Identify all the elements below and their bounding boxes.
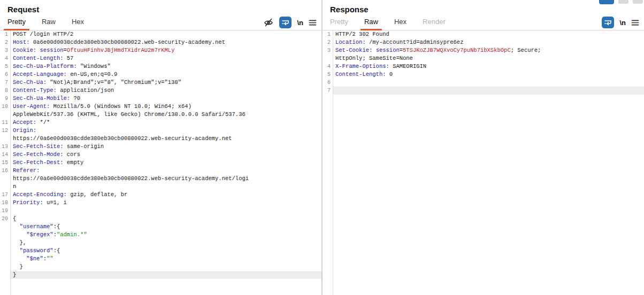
tab-pretty[interactable]: Pretty xyxy=(7,18,26,30)
code-line[interactable]: Accept-Encoding: gzip, deflate, br xyxy=(11,191,321,199)
code-row: 2Host: 0a6e00d0038cdde380eb30cb00880022.… xyxy=(0,38,321,46)
line-number: 19 xyxy=(0,207,10,215)
code-row: 7 xyxy=(323,87,644,95)
code-line[interactable]: Referer: xyxy=(11,167,321,175)
code-line[interactable]: "username":{ xyxy=(11,223,321,231)
code-row: 3Set-Cookie: session=5TSJKoZJB7WQXvoCy7p… xyxy=(323,46,644,55)
line-number: 6 xyxy=(323,79,333,87)
code-row: 17Accept-Encoding: gzip, deflate, br xyxy=(0,191,321,199)
tab-render[interactable]: Render xyxy=(423,18,446,30)
code-line[interactable]: Content-Length: 0 xyxy=(333,71,644,79)
code-line[interactable]: "$ne":"" xyxy=(11,255,321,263)
tab-pretty[interactable]: Pretty xyxy=(330,18,348,30)
code-line[interactable]: Accept-Language: en-US,en;q=0.9 xyxy=(11,71,321,79)
code-editor[interactable]: 1POST /login HTTP/22Host: 0a6e00d0038cdd… xyxy=(0,30,321,295)
tab-hex[interactable]: Hex xyxy=(394,18,407,30)
code-row: 6Accept-Language: en-US,en;q=0.9 xyxy=(0,71,321,79)
line-number xyxy=(0,239,10,247)
newline-icon[interactable]: \n xyxy=(297,19,303,27)
line-number xyxy=(323,55,333,63)
menu-icon[interactable] xyxy=(309,19,317,26)
code-line[interactable]: Cookie: session=OftuuHFinhvJBjHmdTXidrAU… xyxy=(11,46,321,55)
code-row: 6 xyxy=(323,79,644,87)
line-number: 9 xyxy=(0,95,10,103)
code-line[interactable]: Sec-Fetch-Dest: empty xyxy=(11,159,321,167)
toolbar-button-partial[interactable] xyxy=(633,0,643,4)
line-number xyxy=(0,111,10,119)
code-line[interactable]: https://0a6e00d0038cdde380eb30cb00880022… xyxy=(11,135,321,143)
code-line[interactable]: Origin: xyxy=(11,127,321,135)
code-line[interactable]: n xyxy=(11,183,321,191)
panel-title: Request xyxy=(0,0,321,15)
code-line[interactable]: Location: /my-account?id=adminsypre6ez xyxy=(333,38,644,46)
eye-off-icon[interactable] xyxy=(263,17,274,28)
code-line[interactable]: "password":{ xyxy=(11,247,321,255)
code-line[interactable]: Sec-Ch-Ua-Platform: "Windows" xyxy=(11,63,321,71)
code-line[interactable]: Content-Type: application/json xyxy=(11,87,321,95)
line-number: 1 xyxy=(0,30,10,38)
line-number xyxy=(0,271,10,279)
code-line[interactable]: Sec-Ch-Ua-Mobile: ?0 xyxy=(11,95,321,103)
code-line[interactable]: User-Agent: Mozilla/5.0 (Windows NT 10.0… xyxy=(11,103,321,111)
line-number xyxy=(0,175,10,183)
word-wrap-icon[interactable] xyxy=(279,17,292,28)
tab-hex[interactable]: Hex xyxy=(72,18,84,30)
code-line[interactable]: https://0a6e00d0038cdde380eb30cb00880022… xyxy=(11,175,321,183)
toolbar-button-partial[interactable] xyxy=(618,0,628,4)
tab-raw[interactable]: Raw xyxy=(364,18,378,30)
code-row: 1HTTP/2 302 Found xyxy=(323,30,644,38)
code-line[interactable]: Host: 0a6e00d0038cdde380eb30cb00880022.w… xyxy=(11,38,321,46)
line-number: 18 xyxy=(0,199,10,207)
code-line[interactable]: Sec-Fetch-Site: same-origin xyxy=(11,143,321,151)
code-row: 2Location: /my-account?id=adminsypre6ez xyxy=(323,38,644,46)
panel-title: Response xyxy=(323,0,644,15)
code-line[interactable]: Priority: u=1, i xyxy=(11,199,321,207)
toolbar-button-partial[interactable] xyxy=(599,0,614,4)
tab-raw[interactable]: Raw xyxy=(42,18,56,30)
code-row: 4Content-Length: 57 xyxy=(0,55,321,63)
line-number: 13 xyxy=(0,143,10,151)
editor-toolbar: \n xyxy=(263,17,317,28)
code-row: 7Sec-Ch-Ua: "Not)A;Brand";v="8", "Chromi… xyxy=(0,79,321,87)
code-line[interactable]: X-Frame-Options: SAMEORIGIN xyxy=(333,63,644,71)
code-line[interactable]: HttpOnly; SameSite=None xyxy=(333,55,644,63)
line-number: 2 xyxy=(323,38,333,46)
code-line[interactable]: POST /login HTTP/2 xyxy=(11,30,321,38)
menu-icon[interactable] xyxy=(631,19,639,26)
code-row: HttpOnly; SameSite=None xyxy=(323,55,644,63)
code-line[interactable]: "$regex":"admin.*" xyxy=(11,231,321,239)
line-number: 17 xyxy=(0,191,10,199)
code-line[interactable]: AppleWebKit/537.36 (KHTML, like Gecko) C… xyxy=(11,111,321,119)
code-line[interactable]: } xyxy=(11,271,321,279)
code-row: 4X-Frame-Options: SAMEORIGIN xyxy=(323,63,644,71)
line-number: 20 xyxy=(0,215,10,223)
code-line[interactable]: { xyxy=(11,215,321,223)
line-number xyxy=(0,223,10,231)
line-number xyxy=(0,263,10,271)
newline-icon[interactable]: \n xyxy=(619,19,626,27)
code-row: 13Sec-Fetch-Site: same-origin xyxy=(0,143,321,151)
code-line[interactable]: }, xyxy=(11,239,321,247)
line-number xyxy=(0,231,10,239)
code-editor[interactable]: 1HTTP/2 302 Found2Location: /my-account?… xyxy=(323,30,644,295)
code-line[interactable]: Set-Cookie: session=5TSJKoZJB7WQXvoCy7pu… xyxy=(333,46,644,55)
word-wrap-icon[interactable] xyxy=(602,17,614,28)
code-line[interactable] xyxy=(333,87,644,95)
line-number: 12 xyxy=(0,127,10,135)
code-row: AppleWebKit/537.36 (KHTML, like Gecko) C… xyxy=(0,111,321,119)
code-line[interactable] xyxy=(11,207,321,215)
line-number: 6 xyxy=(0,71,10,79)
code-row: 12Origin: xyxy=(0,127,321,135)
code-line[interactable]: Sec-Fetch-Mode: cors xyxy=(11,151,321,159)
code-line[interactable]: HTTP/2 302 Found xyxy=(333,30,644,38)
code-line[interactable]: Content-Length: 57 xyxy=(11,55,321,63)
line-number xyxy=(0,135,10,143)
code-line[interactable]: } xyxy=(11,263,321,271)
gutter-divider xyxy=(333,30,333,295)
line-number: 1 xyxy=(323,30,333,38)
code-row: n xyxy=(0,183,321,191)
code-row: 20{ xyxy=(0,215,321,223)
code-line[interactable]: Accept: */* xyxy=(11,119,321,127)
code-line[interactable] xyxy=(333,79,644,87)
code-line[interactable]: Sec-Ch-Ua: "Not)A;Brand";v="8", "Chromiu… xyxy=(11,79,321,87)
